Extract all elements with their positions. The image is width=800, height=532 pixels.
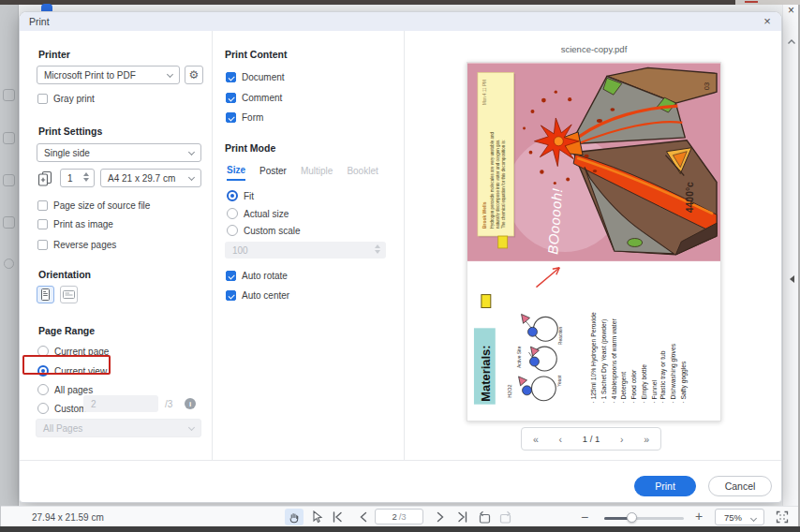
dialog-titlebar: Print × — [20, 12, 781, 31]
auto-center-row[interactable]: Auto center — [226, 290, 289, 301]
reverse-pages-checkbox[interactable] — [37, 240, 48, 250]
zoom-slider-handle[interactable] — [627, 512, 637, 523]
red-arrow-annotation — [536, 268, 559, 288]
last-page-icon[interactable]: » — [644, 434, 649, 445]
materials-item: · Empty bottle — [641, 364, 648, 404]
poster-page-number: 03 — [703, 82, 711, 90]
print-dialog: Print × Printer Microsoft Print to PDF ⚙… — [19, 11, 782, 503]
printer-properties-button[interactable]: ⚙ — [185, 66, 203, 84]
last-page-button[interactable] — [454, 510, 469, 525]
materials-item: · 1 Sachet Dry Yeast (powder) — [600, 319, 608, 404]
all-pages-row[interactable]: All pages — [37, 384, 93, 395]
page-number-input[interactable]: 2 /3 — [375, 509, 423, 525]
page-subset-value: All Pages — [43, 423, 82, 434]
tab-poster[interactable]: Poster — [259, 166, 287, 180]
status-bar: 27.94 x 21.59 cm 2 /3 — [1, 506, 798, 526]
all-pages-radio[interactable] — [37, 384, 49, 395]
tab-size[interactable]: Size — [227, 165, 245, 181]
comment-row[interactable]: Comment — [226, 93, 282, 103]
all-pages-label: All pages — [54, 385, 93, 395]
source-size-label: Page size of source file — [53, 200, 150, 211]
fit-radio[interactable] — [227, 190, 238, 201]
hand-icon — [289, 511, 300, 524]
gray-print-checkbox[interactable] — [37, 94, 48, 104]
print-as-image-row[interactable]: Print as image — [37, 219, 113, 229]
print-as-image-checkbox[interactable] — [37, 219, 48, 229]
print-button[interactable]: Print — [634, 476, 696, 496]
background-document-sliver — [745, 1, 758, 3]
zoom-slider-track[interactable] — [604, 517, 684, 520]
print-content-title: Print Content — [225, 49, 288, 60]
print-as-image-label: Print as image — [53, 219, 113, 229]
note-line: Hydrogen peroxide molecules are very uns… — [490, 132, 495, 229]
fit-row[interactable]: Fit — [227, 190, 254, 201]
column-divider — [212, 31, 213, 460]
app-left-toolbar — [0, 5, 19, 526]
toolbar-icon — [3, 216, 15, 229]
app-close-icon[interactable]: × — [784, 4, 798, 18]
reverse-pages-row[interactable]: Reverse pages — [37, 240, 116, 250]
comment-checkbox[interactable] — [226, 93, 236, 103]
document-checkbox[interactable] — [226, 72, 236, 82]
sides-select[interactable]: Single side — [37, 143, 201, 162]
select-tool-button[interactable] — [310, 510, 325, 525]
source-size-checkbox[interactable] — [37, 200, 48, 211]
gear-icon: ⚙ — [189, 68, 200, 81]
orientation-landscape-button[interactable] — [60, 286, 78, 303]
custom-range-total: /3 — [165, 399, 172, 409]
custom-range-row[interactable]: Custom — [37, 403, 86, 414]
printer-select[interactable]: Microsoft Print to PDF — [37, 66, 180, 84]
document-label: Document — [242, 72, 285, 82]
first-page-button[interactable] — [330, 510, 345, 525]
label-h2o2: H2O2 — [507, 385, 512, 398]
dialog-title: Print — [29, 16, 50, 27]
scrollbar-up-icon[interactable] — [787, 38, 796, 45]
zoom-level-select[interactable]: 75% — [715, 509, 764, 525]
annotation-highlight-box — [22, 355, 111, 375]
page-dimensions: 27.94 x 21.59 cm — [32, 512, 104, 523]
prev-page-button[interactable] — [356, 510, 371, 525]
scale-input: 100 — [225, 242, 386, 259]
first-page-icon[interactable]: « — [533, 434, 539, 445]
fit-screen-button[interactable] — [775, 510, 790, 525]
prev-page-icon[interactable]: ‹ — [559, 434, 563, 445]
zoom-in-button[interactable]: + — [695, 509, 703, 524]
auto-rotate-row[interactable]: Auto rotate — [226, 271, 288, 281]
paper-size-select[interactable]: A4 21 x 29.7 cm — [100, 169, 201, 187]
previous-view-button[interactable] — [477, 510, 492, 525]
zoom-out-button[interactable]: − — [581, 510, 588, 525]
fit-screen-icon — [776, 510, 789, 524]
form-checkbox[interactable] — [226, 112, 236, 123]
form-row[interactable]: Form — [226, 112, 263, 123]
custom-scale-row[interactable]: Custom scale — [227, 225, 301, 236]
copies-stepper[interactable]: 1 — [60, 169, 95, 187]
note-marker — [498, 236, 508, 248]
next-page-icon[interactable]: › — [620, 434, 624, 445]
next-page-button[interactable] — [433, 510, 448, 525]
info-icon[interactable]: i — [185, 398, 196, 409]
hand-tool-button[interactable] — [285, 509, 304, 525]
dialog-close-icon[interactable]: × — [761, 15, 774, 28]
auto-rotate-checkbox[interactable] — [226, 271, 236, 281]
copies-icon — [37, 170, 53, 186]
actual-size-radio[interactable] — [227, 208, 238, 219]
preview-page: Brook Wells Mon 4:11 PM Hydrogen peroxid… — [467, 62, 721, 421]
custom-range-radio[interactable] — [37, 403, 49, 414]
comment-label: Comment — [242, 93, 282, 103]
preview-pager: « ‹ 1 / 1 › » — [521, 427, 661, 451]
custom-range-input: 2 — [83, 395, 158, 412]
panel-collapse-icon[interactable] — [790, 275, 794, 283]
document-row[interactable]: Document — [226, 72, 285, 82]
auto-center-checkbox[interactable] — [226, 290, 236, 301]
cancel-button[interactable]: Cancel — [708, 476, 772, 496]
print-mode-tabs: Size Poster Multiple Booklet — [227, 165, 378, 181]
materials-item: · Safty goggles — [680, 361, 688, 404]
gray-print-row[interactable]: Gray print — [37, 94, 95, 104]
preview-page-indicator: 1 / 1 — [583, 434, 600, 444]
custom-range-value: 2 — [91, 399, 96, 409]
screen: × Print × Printer Microsoft Print to PDF… — [0, 0, 800, 532]
orientation-portrait-button[interactable] — [37, 286, 54, 303]
custom-scale-radio[interactable] — [227, 225, 238, 236]
actual-size-row[interactable]: Actual size — [227, 208, 289, 219]
source-size-row[interactable]: Page size of source file — [37, 200, 150, 211]
